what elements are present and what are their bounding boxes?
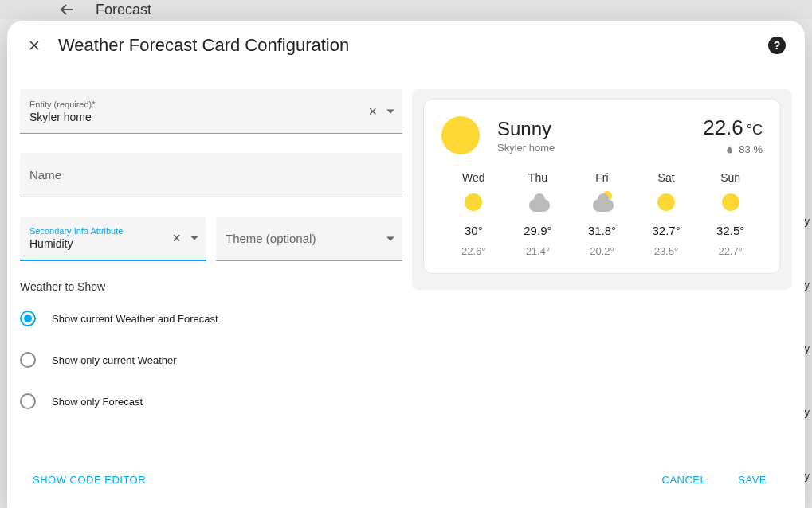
radio-option-1[interactable]: Show only current Weather	[20, 349, 402, 390]
entity-label: Entity (required)*	[29, 100, 393, 109]
sun-icon	[463, 192, 484, 213]
forecast-day: Sun 32.5° 22.7°	[698, 171, 763, 257]
close-icon[interactable]	[26, 37, 42, 53]
weather-condition: Sunny	[497, 118, 685, 140]
radio-label: Show only current Weather	[52, 354, 177, 366]
dialog-header: Weather Forecast Card Configuration ?	[7, 21, 805, 70]
radio-icon	[20, 311, 36, 326]
day-high: 29.9°	[524, 224, 551, 237]
forecast-day: Wed 30° 22.6°	[441, 171, 506, 257]
weather-section-label: Weather to Show	[20, 280, 402, 293]
preview-panel: Sunny Skyler home 22.6°C 83 %	[412, 89, 792, 455]
temperature-unit: °C	[747, 122, 763, 138]
day-high: 32.7°	[652, 224, 680, 237]
clear-icon[interactable]: ×	[365, 103, 380, 119]
humidity-value: 83 %	[739, 143, 763, 155]
forecast-day: Fri 31.8° 20.2°	[570, 171, 634, 257]
day-name: Sun	[720, 171, 740, 184]
day-high: 32.5°	[716, 224, 744, 237]
water-drop-icon	[725, 145, 734, 154]
day-high: 31.8°	[588, 224, 616, 237]
config-dialog: Weather Forecast Card Configuration ? En…	[7, 21, 805, 508]
cancel-button[interactable]: CANCEL	[653, 467, 716, 492]
sun-icon	[441, 116, 480, 154]
show-code-editor-button[interactable]: SHOW CODE EDITOR	[33, 474, 146, 486]
radio-label: Show current Weather and Forecast	[52, 313, 218, 325]
sun-icon	[720, 192, 741, 213]
background-title: Forecast	[96, 2, 151, 18]
config-panel: Entity (required)* Skyler home × Name Se…	[20, 89, 402, 455]
day-name: Thu	[528, 171, 547, 184]
forecast-row: Wed 30° 22.6° Thu 29.9° 21.4° Fri	[441, 171, 763, 257]
preview-background: Sunny Skyler home 22.6°C 83 %	[412, 89, 792, 290]
day-low: 20.2°	[590, 245, 614, 257]
temperature-value: 22.6	[703, 115, 743, 139]
day-low: 22.7°	[718, 245, 743, 257]
humidity-row: 83 %	[703, 143, 763, 155]
sun-icon	[656, 192, 677, 213]
radio-icon	[20, 352, 36, 368]
radio-option-2[interactable]: Show only Forecast	[20, 390, 402, 432]
day-low: 22.6°	[461, 245, 486, 257]
entity-field[interactable]: Entity (required)* Skyler home ×	[20, 89, 402, 134]
dialog-footer: SHOW CODE EDITOR CANCEL SAVE	[7, 455, 805, 508]
forecast-day: Sat 32.7° 23.5°	[634, 171, 699, 257]
name-field[interactable]: Name	[20, 153, 402, 197]
help-icon[interactable]: ?	[768, 37, 786, 54]
chevron-down-icon[interactable]	[386, 109, 394, 113]
day-name: Wed	[462, 171, 485, 184]
weather-now: Sunny Skyler home 22.6°C 83 %	[441, 115, 763, 155]
day-low: 23.5°	[654, 245, 679, 257]
weather-card: Sunny Skyler home 22.6°C 83 %	[423, 99, 781, 274]
day-low: 21.4°	[526, 245, 551, 257]
day-name: Fri	[595, 171, 608, 184]
name-placeholder: Name	[29, 168, 393, 182]
dialog-body: Entity (required)* Skyler home × Name Se…	[7, 70, 805, 455]
theme-field[interactable]: Theme (optional)	[216, 217, 402, 261]
entity-value: Skyler home	[29, 111, 393, 123]
dialog-title: Weather Forecast Card Configuration	[58, 35, 752, 56]
theme-placeholder: Theme (optional)	[226, 232, 393, 245]
radio-label: Show only Forecast	[52, 396, 143, 408]
radio-icon	[20, 393, 36, 409]
day-high: 30°	[465, 224, 483, 237]
cloud-icon	[528, 192, 548, 213]
secondary-info-field[interactable]: Secondary Info Attribute Humidity ×	[20, 217, 206, 261]
weather-location: Skyler home	[497, 142, 685, 154]
back-arrow-icon[interactable]	[57, 0, 76, 19]
forecast-day: Thu 29.9° 21.4°	[506, 171, 571, 257]
chevron-down-icon[interactable]	[386, 236, 394, 240]
clear-icon[interactable]: ×	[169, 230, 184, 247]
partly-cloudy-icon	[591, 192, 612, 213]
chevron-down-icon[interactable]	[190, 236, 198, 240]
save-button[interactable]: SAVE	[728, 467, 776, 492]
radio-option-0[interactable]: Show current Weather and Forecast	[20, 307, 402, 349]
background-header: Forecast	[0, 0, 812, 19]
day-name: Sat	[658, 171, 675, 184]
